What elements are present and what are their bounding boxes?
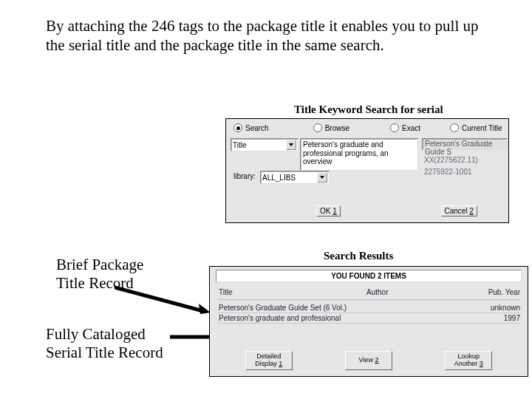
divider — [217, 299, 520, 300]
search-caption: Title Keyword Search for serial — [294, 103, 443, 116]
radio-exact[interactable]: Exact — [390, 123, 420, 132]
cell-year: unknown — [455, 304, 520, 312]
view-button[interactable]: View 2 — [345, 351, 392, 370]
library-dropdown[interactable]: ALL_LIBS — [260, 171, 330, 184]
cell-author — [366, 304, 455, 312]
radio-current-title[interactable]: Current Title — [450, 123, 502, 132]
radio-empty-icon — [313, 123, 322, 132]
results-banner: YOU FOUND 2 ITEMS — [216, 270, 522, 282]
lookup-another-button[interactable]: Lookup Another 3 — [445, 351, 492, 370]
results-caption: Search Results — [324, 250, 393, 262]
results-panel: YOU FOUND 2 ITEMS Title Author Pub. Year… — [209, 266, 528, 377]
query-input[interactable]: Peterson's graduate and professional pro… — [300, 138, 418, 171]
arrow-icon — [115, 284, 218, 314]
radio-exact-label: Exact — [402, 124, 420, 132]
chevron-down-icon — [317, 172, 327, 183]
index-dropdown[interactable]: Title — [231, 138, 299, 151]
query-input-value: Peterson's graduate and professional pro… — [303, 140, 389, 166]
label-fully-cataloged: Fully CatalogedSerial Title Record — [46, 325, 163, 362]
results-columns: Title Author Pub. Year — [210, 284, 528, 298]
radio-browse[interactable]: Browse — [313, 123, 349, 132]
radio-browse-label: Browse — [325, 124, 349, 132]
result-code-1: XX(2275622.11) — [424, 156, 478, 164]
result-preview: Peterson's Graduate Guide S — [422, 138, 508, 150]
col-author: Author — [366, 288, 455, 296]
cell-author — [366, 314, 455, 322]
slide-heading: By attaching the 246 tags to the package… — [46, 16, 489, 55]
cell-title: Peterson's graduate and professional — [219, 314, 366, 322]
radio-current-label: Current Title — [462, 124, 502, 132]
radio-search[interactable]: Search — [233, 123, 269, 132]
library-label: library: — [233, 172, 256, 180]
table-row[interactable]: Peterson's graduate and professional 199… — [210, 313, 528, 323]
col-title: Title — [219, 288, 366, 296]
cell-year: 1997 — [455, 314, 520, 322]
search-panel: Search Browse Exact Current Title Title … — [225, 118, 509, 223]
result-code-2: 2275922-1001 — [424, 168, 472, 176]
table-row[interactable]: Peterson's Graduate Guide Set (6 Vol.) u… — [210, 303, 528, 313]
radio-search-label: Search — [245, 124, 269, 132]
radio-dot-icon — [233, 123, 242, 132]
chevron-down-icon — [286, 140, 296, 150]
detailed-display-button[interactable]: Detailed Display 1 — [245, 351, 293, 370]
radio-empty-icon — [390, 123, 399, 132]
svg-line-0 — [115, 287, 203, 311]
ok-button[interactable]: OK 1 — [316, 205, 341, 216]
cell-title: Peterson's Graduate Guide Set (6 Vol.) — [219, 304, 366, 312]
radio-empty-icon — [450, 123, 459, 132]
col-year: Pub. Year — [455, 288, 520, 296]
cancel-button[interactable]: Cancel 2 — [441, 205, 477, 216]
index-dropdown-value: Title — [233, 141, 247, 149]
library-dropdown-value: ALL_LIBS — [262, 174, 296, 182]
